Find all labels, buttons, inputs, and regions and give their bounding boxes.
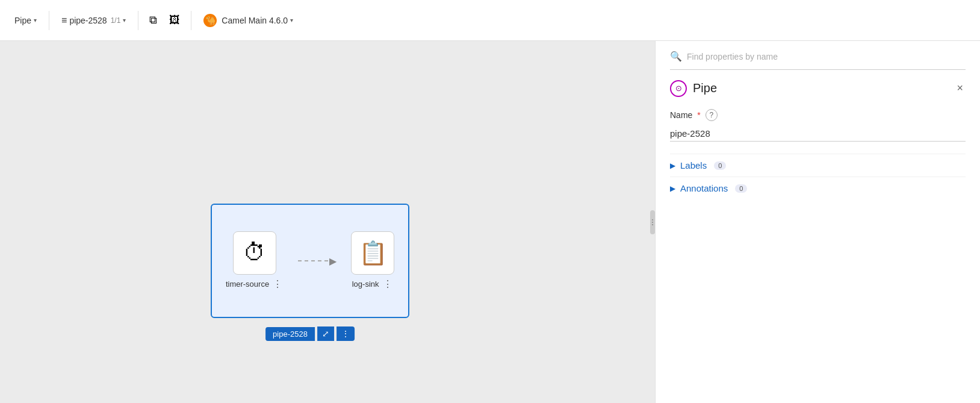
resize-handle[interactable] (650, 210, 655, 234)
divider-1 (49, 11, 49, 30)
annotations-count: 0 (735, 184, 747, 193)
divider-2 (138, 11, 138, 30)
pipe-badge-name: pipe-2528 (265, 327, 315, 341)
labels-section[interactable]: ▶ Labels 0 (670, 154, 966, 177)
camel-icon: 🐪 (203, 14, 217, 27)
route-selector[interactable]: ≡ pipe-2528 1/1 ▾ (57, 13, 131, 28)
main-area: ⏱ timer-source ⋮ ▶ 📋 (0, 41, 980, 403)
route-chevron-icon: ▾ (123, 17, 126, 23)
pipe-badge: pipe-2528 ⤢ ⋮ (265, 326, 355, 341)
labels-chevron-icon: ▶ (670, 161, 675, 170)
timer-source-icon-box: ⏱ (233, 231, 276, 275)
annotations-section[interactable]: ▶ Annotations 0 (670, 177, 966, 199)
pipe-label: Pipe (14, 16, 31, 25)
camel-dropdown[interactable]: 🐪 Camel Main 4.6.0 ▾ (199, 11, 298, 30)
camel-chevron-icon: ▾ (290, 17, 293, 23)
list-icon: ≡ (61, 15, 67, 26)
pipe-chevron-icon: ▾ (34, 17, 37, 23)
log-sink-node: 📋 log-sink ⋮ (351, 231, 394, 291)
log-icon: 📋 (359, 240, 387, 266)
arrow-head-icon: ▶ (329, 255, 336, 267)
log-sink-menu-btn[interactable]: ⋮ (382, 277, 394, 291)
timer-source-menu-btn[interactable]: ⋮ (271, 277, 284, 291)
close-button[interactable]: × (954, 80, 966, 97)
connector-arrow: ▶ (298, 255, 336, 267)
copy-icon: ⧉ (149, 14, 157, 27)
image-button[interactable]: 🖼 (166, 10, 184, 30)
copy-button[interactable]: ⧉ (146, 10, 161, 30)
search-icon: 🔍 (670, 51, 682, 62)
name-field-row: Name * ? (670, 109, 966, 121)
dashed-line (298, 260, 328, 261)
pipe-icon-inner: ⊙ (675, 84, 682, 93)
resize-dot-3 (652, 224, 653, 225)
panel-title: Pipe (693, 81, 717, 95)
log-sink-label: log-sink (352, 280, 379, 289)
right-panel: 🔍 ⊙ Pipe × Name * ? ▶ Labels 0 (655, 41, 980, 403)
name-input[interactable] (670, 126, 966, 142)
canvas-area: ⏱ timer-source ⋮ ▶ 📋 (0, 41, 655, 403)
route-label: pipe-2528 (69, 16, 107, 25)
name-label: Name (670, 110, 692, 120)
labels-label: Labels (680, 160, 707, 170)
panel-title-row: ⊙ Pipe (670, 80, 717, 97)
resize-dot-2 (652, 222, 653, 223)
toolbar: Pipe ▾ ≡ pipe-2528 1/1 ▾ ⧉ 🖼 🐪 Camel Mai… (0, 0, 980, 41)
search-bar: 🔍 (670, 51, 966, 70)
log-sink-icon-box: 📋 (351, 231, 394, 275)
log-label-row: log-sink ⋮ (352, 277, 394, 291)
timer-source-label: timer-source (226, 280, 269, 289)
timer-label-row: timer-source ⋮ (226, 277, 284, 291)
nodes-row: ⏱ timer-source ⋮ ▶ 📋 (226, 231, 394, 291)
divider-3 (191, 11, 191, 30)
pipe-more-button[interactable]: ⋮ (336, 326, 355, 341)
annotations-chevron-icon: ▶ (670, 184, 675, 193)
pipe-group[interactable]: ⏱ timer-source ⋮ ▶ 📋 (211, 204, 409, 318)
camel-label: Camel Main 4.6.0 (222, 16, 288, 25)
close-icon: × (957, 82, 963, 94)
image-icon: 🖼 (169, 14, 180, 27)
search-input[interactable] (687, 52, 966, 61)
pipe-expand-button[interactable]: ⤢ (317, 326, 334, 341)
pipe-dropdown[interactable]: Pipe ▾ (10, 13, 42, 28)
resize-dot-1 (652, 219, 653, 220)
annotations-label: Annotations (680, 183, 728, 193)
route-count: 1/1 (111, 16, 121, 25)
timer-source-node: ⏱ timer-source ⋮ (226, 231, 284, 291)
name-help-icon[interactable]: ? (706, 109, 718, 121)
panel-header: ⊙ Pipe × (670, 80, 966, 97)
labels-count: 0 (714, 161, 726, 170)
required-indicator: * (697, 110, 700, 120)
pipe-panel-icon: ⊙ (670, 80, 687, 97)
timer-icon: ⏱ (243, 240, 266, 266)
